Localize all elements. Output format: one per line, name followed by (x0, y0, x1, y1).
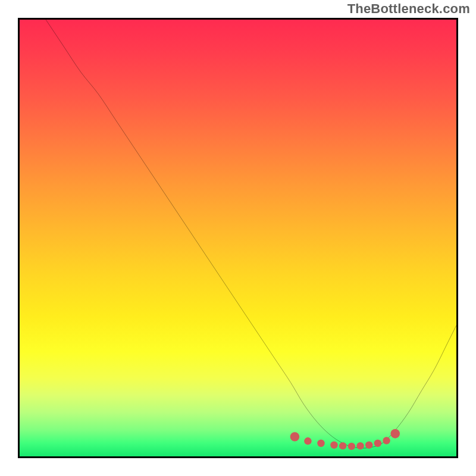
min-dot (330, 441, 337, 449)
min-dot (304, 437, 311, 444)
min-dot (374, 440, 381, 447)
min-dot (390, 429, 400, 439)
min-dot (339, 442, 346, 449)
min-dot (365, 441, 372, 449)
bottleneck-curve (46, 20, 456, 448)
min-dot (317, 440, 324, 447)
min-dot (290, 432, 300, 441)
min-dot (356, 442, 364, 449)
min-dot (383, 437, 390, 444)
plot-area (18, 18, 458, 458)
min-region-dots (290, 429, 400, 450)
watermark-text: TheBottleneck.com (347, 1, 470, 17)
curve-layer (46, 20, 456, 448)
chart-stage: TheBottleneck.com (0, 0, 476, 476)
chart-svg (20, 20, 456, 456)
min-dot (348, 443, 355, 450)
